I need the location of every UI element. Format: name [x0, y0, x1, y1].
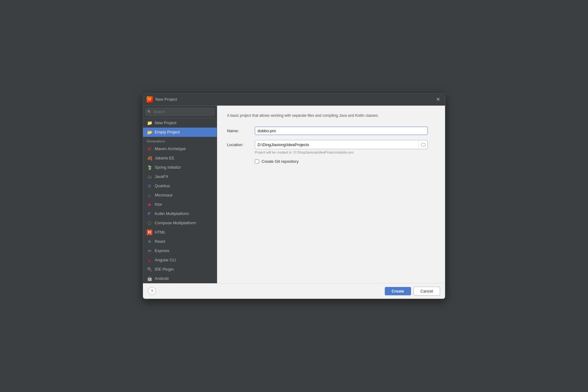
create-git-row: Create Git repository: [255, 159, 435, 164]
android-label: Android: [155, 276, 169, 281]
spring-initializr-icon: 🍃: [147, 165, 152, 170]
quarkus-label: Quarkus: [155, 183, 170, 188]
sidebar-item-maven-archetype[interactable]: M Maven Archetype: [143, 144, 217, 154]
create-git-label: Create Git repository: [262, 159, 299, 164]
express-icon: ex: [147, 248, 152, 254]
name-row: Name:: [227, 127, 435, 135]
empty-project-label: Empty Project: [155, 130, 180, 134]
html-icon: H: [147, 230, 152, 235]
compose-mp-icon: ⬡: [147, 220, 152, 226]
location-label: Location:: [227, 142, 255, 147]
location-row: Location:: [227, 140, 435, 149]
sidebar-item-javafx[interactable]: 🗂 JavaFX: [143, 172, 217, 181]
micronaut-label: Micronaut: [155, 193, 172, 197]
react-icon: ⚛: [147, 239, 152, 244]
dialog-footer: ? Create Cancel: [143, 283, 445, 299]
sidebar-item-quarkus[interactable]: ⊞ Quarkus: [143, 181, 217, 191]
cancel-button[interactable]: Cancel: [414, 287, 440, 296]
description: A basic project that allows working with…: [227, 113, 435, 118]
create-git-checkbox[interactable]: [255, 159, 259, 164]
ktor-label: Ktor: [155, 202, 162, 207]
create-button[interactable]: Create: [385, 287, 411, 295]
sidebar: 📁 New Project 📂 Empty Project Generators…: [143, 106, 217, 283]
sidebar-item-react[interactable]: ⚛ React: [143, 237, 217, 246]
sidebar-item-new-project[interactable]: 📁 New Project: [143, 118, 217, 128]
html-label: HTML: [155, 230, 166, 234]
title-bar: IJ New Project ✕: [143, 94, 445, 106]
express-label: Express: [155, 248, 169, 253]
dialog-body: 📁 New Project 📂 Empty Project Generators…: [143, 106, 445, 283]
angular-cli-icon: ▲: [147, 257, 152, 263]
sidebar-search-area: [143, 106, 217, 118]
dialog-title: New Project: [155, 97, 177, 102]
empty-project-icon: 📂: [147, 129, 152, 135]
ide-plugin-icon: 🔌: [147, 267, 152, 272]
search-input[interactable]: [145, 108, 214, 116]
app-icon: IJ: [147, 96, 153, 103]
new-project-label: New Project: [155, 120, 176, 125]
kotlin-mp-icon: ◤: [147, 211, 152, 217]
sidebar-item-angular-cli[interactable]: ▲ Angular CLI: [143, 255, 217, 265]
jakarta-ee-label: Jakarta EE: [155, 156, 174, 160]
main-inner: A basic project that allows working with…: [217, 106, 445, 283]
angular-cli-label: Angular CLI: [155, 258, 176, 262]
path-hint: Project will be created in: D:\DingJiaxi…: [255, 150, 435, 154]
title-bar-left: IJ New Project: [147, 96, 177, 103]
maven-archetype-label: Maven Archetype: [155, 146, 186, 151]
kotlin-mp-label: Kotlin Multiplatform: [155, 211, 189, 216]
quarkus-icon: ⊞: [147, 183, 152, 189]
maven-archetype-icon: M: [147, 146, 152, 152]
main-content: A basic project that allows working with…: [217, 106, 445, 283]
android-icon: 🤖: [147, 276, 152, 281]
micronaut-icon: μ: [147, 192, 152, 198]
react-label: React: [155, 239, 165, 244]
generators-section-header: Generators: [143, 137, 217, 144]
sidebar-item-compose-multiplatform[interactable]: ⬡ Compose Multiplatform: [143, 218, 217, 228]
sidebar-item-express[interactable]: ex Express: [143, 246, 217, 255]
sidebar-item-html[interactable]: H HTML: [143, 228, 217, 237]
location-input[interactable]: [255, 141, 419, 149]
location-browse-button[interactable]: [419, 140, 427, 149]
sidebar-item-jakarta-ee[interactable]: 🍂 Jakarta EE: [143, 154, 217, 163]
search-wrap: [145, 108, 214, 116]
javafx-icon: 🗂: [147, 174, 152, 179]
sidebar-item-android[interactable]: 🤖 Android: [143, 274, 217, 283]
sidebar-item-empty-project[interactable]: 📂 Empty Project: [143, 128, 217, 137]
javafx-label: JavaFX: [155, 174, 168, 179]
new-project-dialog: IJ New Project ✕ 📁 New Project 📂 Empty P…: [143, 93, 445, 299]
ktor-icon: ◆: [147, 202, 152, 207]
jakarta-ee-icon: 🍂: [147, 155, 152, 161]
compose-mp-label: Compose Multiplatform: [155, 221, 196, 225]
help-button[interactable]: ?: [148, 287, 156, 295]
ide-plugin-label: IDE Plugin: [155, 267, 174, 272]
name-input[interactable]: [255, 127, 428, 135]
name-label: Name:: [227, 129, 255, 133]
sidebar-item-ktor[interactable]: ◆ Ktor: [143, 200, 217, 209]
folder-icon: [421, 143, 426, 146]
sidebar-item-spring-initializr[interactable]: 🍃 Spring Initializr: [143, 163, 217, 172]
spring-initializr-label: Spring Initializr: [155, 165, 181, 170]
close-button[interactable]: ✕: [435, 96, 441, 103]
sidebar-item-ide-plugin[interactable]: 🔌 IDE Plugin: [143, 265, 217, 274]
new-project-icon: 📁: [147, 120, 152, 126]
sidebar-item-micronaut[interactable]: μ Micronaut: [143, 191, 217, 200]
location-input-wrap: [255, 140, 428, 149]
sidebar-item-kotlin-multiplatform[interactable]: ◤ Kotlin Multiplatform: [143, 209, 217, 218]
